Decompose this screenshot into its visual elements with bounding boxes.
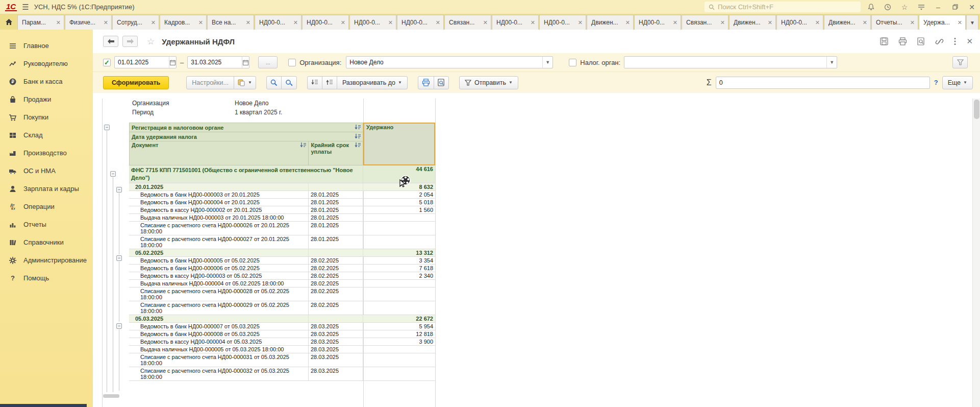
tab-close-icon[interactable]: ✕ [293, 19, 298, 26]
calendar-icon[interactable] [169, 57, 176, 68]
group-row-fns[interactable]: ФНС 7715 КПП 771501001 (Общество с огран… [129, 165, 435, 183]
tab-18[interactable]: Отчеты...✕ [871, 15, 918, 30]
amount-cell[interactable] [363, 367, 435, 380]
tab-close-icon[interactable]: ✕ [151, 19, 156, 26]
vertical-scrollbar[interactable] [972, 99, 980, 407]
document-row[interactable]: Списание с расчетного счета НД00-000032 … [129, 367, 435, 381]
group-total[interactable]: 44 616 [363, 165, 435, 183]
tab-close-icon[interactable]: ✕ [436, 19, 440, 26]
document-cell[interactable]: Выдача наличных НД00-000003 от 20.01.202… [129, 214, 309, 221]
sidebar-item-8[interactable]: Зарплата и кадры [0, 180, 93, 198]
tab-close-icon[interactable]: ✕ [720, 19, 725, 26]
deadline-cell[interactable]: 28.02.2025 [309, 301, 363, 315]
amount-cell[interactable] [363, 235, 435, 249]
document-cell[interactable]: Ведомость в банк НД00-000006 от 05.02.20… [129, 265, 309, 272]
horizontal-scrollbar-thumb[interactable] [103, 394, 119, 398]
tab-8[interactable]: НД00-0...✕ [397, 15, 444, 30]
organization-checkbox[interactable] [288, 59, 296, 66]
print-icon[interactable] [898, 37, 907, 45]
amount-cell[interactable] [363, 222, 435, 235]
tab-close-icon[interactable]: ✕ [625, 19, 630, 26]
chevron-down-icon[interactable]: ▼ [542, 57, 552, 68]
sort-icon[interactable] [355, 142, 361, 148]
amount-cell[interactable] [363, 346, 435, 353]
amount-cell[interactable]: 5 018 [363, 199, 435, 206]
close-window-button[interactable]: ✕ [968, 3, 976, 11]
date-to-input[interactable] [188, 59, 242, 66]
sum-input[interactable] [716, 79, 929, 86]
chevron-down-icon[interactable]: ▼ [826, 57, 837, 68]
document-cell[interactable]: Списание с расчетного счета НД00-000027 … [129, 235, 309, 249]
tab-3[interactable]: Кадров...✕ [160, 15, 207, 30]
tax-authority-checkbox[interactable] [569, 59, 576, 66]
filter-funnel-button[interactable] [952, 56, 968, 68]
outline-collapse-date-3[interactable]: − [116, 323, 122, 329]
minimize-button[interactable]: – [934, 3, 942, 11]
global-search-input[interactable]: Поиск Ctrl+Shift+F [705, 2, 861, 12]
deadline-cell[interactable]: 28.03.2025 [309, 323, 363, 330]
more-kebab-icon[interactable] [954, 37, 956, 45]
expand-groups-button[interactable] [322, 76, 337, 89]
help-button[interactable]: ? [934, 79, 938, 86]
sidebar-item-0[interactable]: Главное [0, 37, 93, 55]
tab-close-icon[interactable]: ✕ [578, 19, 583, 26]
deadline-cell[interactable]: 28.02.2025 [309, 265, 363, 272]
document-cell[interactable]: Ведомость в банк НД00-000003 от 20.01.20… [129, 191, 309, 198]
tab-9[interactable]: Связан...✕ [444, 15, 491, 30]
deadline-cell[interactable]: 28.01.2025 [309, 199, 363, 206]
document-cell[interactable]: Ведомость в банк НД00-000007 от 05.03.20… [129, 323, 309, 330]
tab-close-icon[interactable]: ✕ [863, 19, 867, 26]
date-group-row[interactable]: 20.01.20258 632 [129, 183, 435, 191]
document-cell[interactable]: Ведомость в банк НД00-000008 от 05.03.20… [129, 330, 309, 338]
tab-overflow-button[interactable]: ▼ [966, 15, 978, 30]
document-row[interactable]: Ведомость в банк НД00-000007 от 05.03.20… [129, 323, 435, 330]
save-icon[interactable] [880, 37, 888, 45]
home-tab-button[interactable] [0, 14, 17, 30]
date-group-total[interactable]: 22 672 [363, 315, 435, 322]
document-row[interactable]: Ведомость в кассу НД00-000003 от 05.02.2… [129, 272, 435, 280]
sort-icon[interactable] [355, 125, 361, 130]
document-cell[interactable]: Списание с расчетного счета НД00-000029 … [129, 301, 309, 315]
tab-close-icon[interactable]: ✕ [958, 19, 962, 26]
sidebar-item-1[interactable]: Руководителю [0, 55, 93, 73]
deadline-cell[interactable]: 28.01.2025 [309, 235, 363, 249]
deadline-cell[interactable]: 28.02.2025 [309, 257, 363, 264]
document-cell[interactable]: Ведомость в кассу НД00-000002 от 20.01.2… [129, 206, 309, 213]
document-row[interactable]: Выдача наличных НД00-000004 от 05.02.202… [129, 280, 435, 288]
date-from-input[interactable] [115, 59, 169, 66]
deadline-cell[interactable]: 28.01.2025 [309, 214, 363, 221]
generate-button[interactable]: Сформировать [103, 76, 169, 89]
tab-15[interactable]: Движен...✕ [729, 15, 776, 30]
organization-combo[interactable]: Новое Дело ▼ [346, 56, 553, 68]
header-withheld-selected-cell[interactable]: Удержано [363, 123, 435, 165]
tab-13[interactable]: НД00-0...✕ [634, 15, 681, 30]
tab-4[interactable]: Все на...✕ [207, 15, 254, 30]
document-row[interactable]: Списание с расчетного счета НД00-000026 … [129, 222, 435, 235]
sidebar-item-10[interactable]: Отчеты [0, 216, 93, 233]
outline-collapse-group-fns[interactable]: − [110, 171, 116, 177]
sidebar-item-12[interactable]: Администрирование [0, 251, 93, 269]
tab-close-icon[interactable]: ✕ [531, 19, 535, 26]
tab-1[interactable]: Физиче...✕ [65, 15, 112, 30]
sidebar-item-5[interactable]: Склад [0, 126, 93, 144]
sort-icon[interactable] [300, 142, 307, 148]
tab-19[interactable]: Удержа...✕ [919, 15, 966, 30]
tab-close-icon[interactable]: ✕ [246, 19, 250, 26]
restore-button[interactable] [951, 3, 959, 11]
amount-cell[interactable] [363, 353, 435, 367]
document-row[interactable]: Ведомость в кассу НД00-000002 от 20.01.2… [129, 206, 435, 214]
tab-10[interactable]: НД00-0...✕ [492, 15, 539, 30]
tab-close-icon[interactable]: ✕ [341, 19, 345, 26]
tab-close-icon[interactable]: ✕ [388, 19, 393, 26]
service-menu-icon[interactable] [917, 3, 925, 11]
tab-11[interactable]: НД00-0...✕ [539, 15, 586, 30]
period-ellipsis-button[interactable]: ... [258, 56, 278, 68]
tab-5[interactable]: НД00-0...✕ [255, 15, 301, 30]
deadline-cell[interactable]: 28.02.2025 [309, 272, 363, 279]
report-variants-button[interactable]: ▼ [234, 76, 256, 89]
preview-button[interactable] [434, 76, 449, 89]
amount-cell[interactable]: 1 560 [363, 206, 435, 213]
document-cell[interactable]: Выдача наличных НД00-000004 от 05.02.202… [129, 280, 309, 287]
sort-icon[interactable] [355, 134, 361, 139]
period-checkbox[interactable] [103, 59, 111, 66]
